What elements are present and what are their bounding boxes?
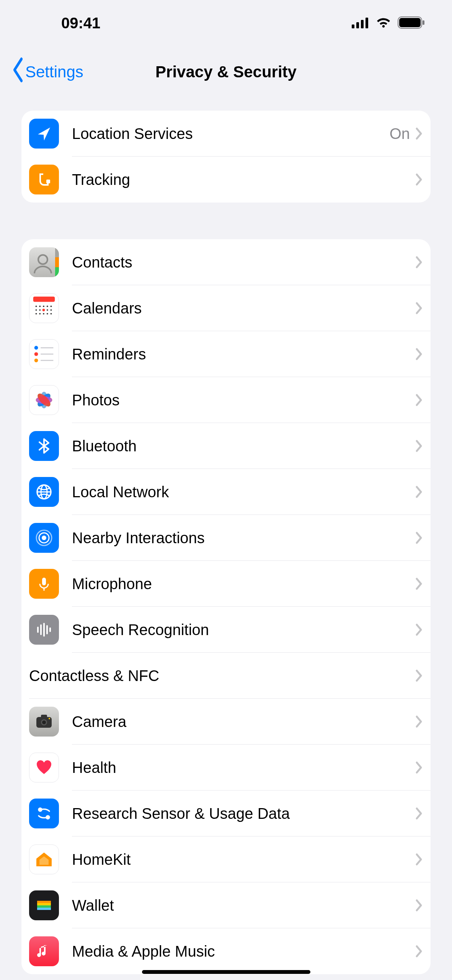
row-label: Camera	[72, 713, 415, 730]
svg-rect-65	[37, 905, 51, 908]
row-label: Microphone	[72, 575, 415, 593]
svg-point-27	[42, 309, 45, 311]
chevron-right-icon	[415, 853, 431, 866]
svg-rect-2	[361, 20, 364, 28]
chevron-right-icon	[415, 669, 431, 682]
svg-point-15	[43, 305, 44, 307]
row-homekit[interactable]: HomeKit	[21, 836, 431, 882]
svg-point-25	[47, 313, 48, 315]
row-calendars[interactable]: Calendars	[21, 285, 431, 331]
svg-point-58	[42, 720, 46, 724]
settings-group-2: Contacts Calendars Reminders	[21, 239, 431, 974]
svg-point-21	[51, 309, 52, 311]
svg-rect-56	[41, 715, 47, 718]
row-camera[interactable]: Camera	[21, 699, 431, 745]
row-label: Research Sensor & Usage Data	[72, 805, 415, 822]
chevron-right-icon	[415, 623, 431, 636]
row-photos[interactable]: Photos	[21, 377, 431, 423]
svg-point-19	[39, 309, 41, 311]
row-label: Speech Recognition	[72, 621, 415, 639]
music-icon	[29, 936, 59, 966]
calendar-icon	[29, 293, 59, 323]
row-label: Location Services	[72, 125, 390, 142]
svg-point-29	[34, 352, 38, 356]
chevron-right-icon	[415, 348, 431, 361]
svg-point-59	[49, 718, 50, 719]
row-contacts[interactable]: Contacts	[21, 239, 431, 285]
cellular-icon	[352, 17, 369, 30]
chevron-right-icon	[415, 945, 431, 958]
row-wallet[interactable]: Wallet	[21, 882, 431, 928]
chevron-right-icon	[415, 127, 431, 140]
location-icon	[29, 119, 59, 149]
chevron-right-icon	[415, 173, 431, 186]
row-label: Bluetooth	[72, 438, 415, 455]
svg-rect-9	[55, 247, 59, 257]
back-label: Settings	[25, 63, 83, 81]
contacts-icon	[29, 247, 59, 277]
svg-rect-1	[356, 22, 359, 28]
svg-point-45	[42, 536, 46, 540]
svg-point-14	[39, 305, 41, 307]
wallet-icon	[29, 890, 59, 920]
row-contactless-nfc[interactable]: Contactless & NFC	[21, 653, 431, 699]
chevron-right-icon	[415, 899, 431, 912]
svg-rect-63	[37, 901, 51, 903]
svg-rect-48	[42, 578, 46, 585]
svg-rect-6	[423, 20, 424, 25]
content: Location Services On Tracking Contacts	[0, 111, 452, 974]
local-network-icon	[29, 477, 59, 507]
home-indicator	[142, 970, 310, 974]
row-nearby-interactions[interactable]: Nearby Interactions	[21, 515, 431, 561]
svg-rect-64	[37, 903, 51, 905]
svg-point-28	[34, 346, 38, 350]
bluetooth-icon	[29, 431, 59, 461]
svg-point-24	[43, 313, 44, 315]
chevron-right-icon	[415, 485, 431, 498]
nearby-icon	[29, 523, 59, 553]
speech-icon	[29, 615, 59, 645]
svg-point-20	[47, 309, 48, 311]
svg-point-17	[51, 305, 52, 307]
row-label: Calendars	[72, 300, 415, 317]
chevron-right-icon	[415, 577, 431, 590]
chevron-right-icon	[415, 256, 431, 269]
chevron-right-icon	[415, 302, 431, 315]
nav-bar: Settings Privacy & Security	[0, 52, 452, 91]
reminders-icon	[29, 339, 59, 369]
row-research-sensor[interactable]: Research Sensor & Usage Data	[21, 791, 431, 836]
device-frame: 09:41 Settings Privacy & Security	[0, 0, 452, 980]
row-label: HomeKit	[72, 851, 415, 868]
camera-icon	[29, 707, 59, 737]
row-microphone[interactable]: Microphone	[21, 561, 431, 607]
svg-point-16	[47, 305, 48, 307]
svg-rect-3	[366, 18, 368, 28]
row-health[interactable]: Health	[21, 745, 431, 791]
row-speech-recognition[interactable]: Speech Recognition	[21, 607, 431, 653]
row-label: Reminders	[72, 346, 415, 363]
status-time: 09:41	[61, 15, 100, 32]
tracking-icon	[29, 165, 59, 194]
row-label: Nearby Interactions	[72, 529, 415, 547]
row-label: Photos	[72, 392, 415, 409]
chevron-right-icon	[415, 531, 431, 544]
row-location-services[interactable]: Location Services On	[21, 111, 431, 157]
row-bluetooth[interactable]: Bluetooth	[21, 423, 431, 469]
row-value: On	[390, 125, 410, 142]
row-media-apple-music[interactable]: Media & Apple Music	[21, 928, 431, 974]
svg-rect-12	[33, 297, 55, 302]
svg-point-30	[34, 359, 38, 363]
svg-point-8	[38, 255, 47, 264]
svg-rect-5	[399, 18, 421, 27]
svg-point-26	[51, 313, 52, 315]
row-label: Media & Apple Music	[72, 943, 415, 960]
row-reminders[interactable]: Reminders	[21, 331, 431, 377]
row-local-network[interactable]: Local Network	[21, 469, 431, 515]
back-button[interactable]: Settings	[11, 61, 83, 83]
chevron-right-icon	[415, 439, 431, 452]
row-label: Contacts	[72, 254, 415, 271]
row-label: Contactless & NFC	[29, 667, 415, 684]
row-label: Wallet	[72, 897, 415, 914]
row-label: Tracking	[72, 171, 415, 188]
row-tracking[interactable]: Tracking	[21, 157, 431, 203]
